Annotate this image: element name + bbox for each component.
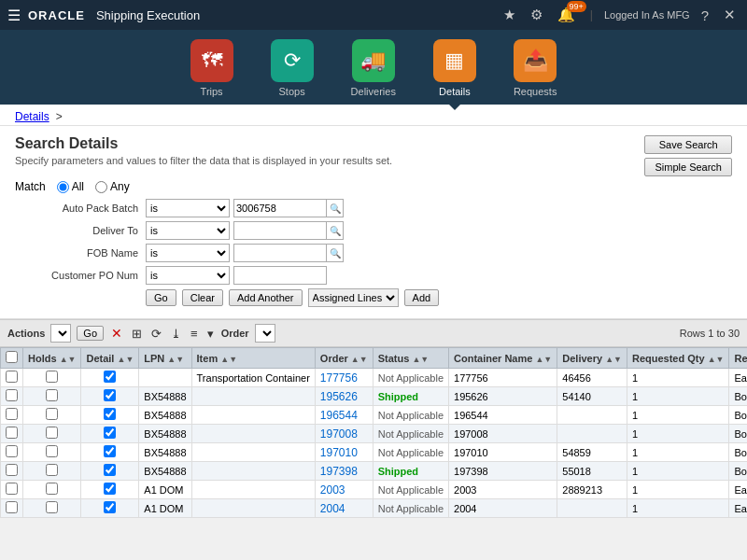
nav-stops[interactable]: ⟳ Stops [271,39,314,97]
clear-button[interactable]: Clear [182,289,223,306]
order-link[interactable]: 195626 [320,390,358,403]
simple-search-button[interactable]: Simple Search [644,158,732,176]
close-icon[interactable]: ✕ [724,7,736,23]
col-req-qty[interactable]: Requested Qty ▲▼ [627,348,729,369]
holds-checkbox[interactable] [46,389,58,401]
col-order[interactable]: Order ▲▼ [315,348,373,369]
row-detail [81,425,139,443]
customerpo-input[interactable] [233,266,327,285]
detail-checkbox[interactable] [104,389,116,401]
detail-checkbox[interactable] [104,464,116,476]
detail-checkbox[interactable] [104,483,116,495]
autopackbatch-operator[interactable]: is [146,199,230,217]
row-req-uom: Box [729,462,747,481]
clear-filter-icon[interactable]: ✕ [111,326,122,341]
row-checkbox[interactable] [6,408,18,420]
holds-checkbox[interactable] [46,501,58,513]
help-icon[interactable]: ? [701,7,709,23]
more-icon[interactable]: ▾ [207,327,214,341]
col-status[interactable]: Status ▲▼ [373,348,448,369]
nav-requests[interactable]: 📤 Requests [514,39,557,97]
row-container-name: 195626 [449,387,557,406]
match-any-radio[interactable] [95,181,107,193]
row-checkbox[interactable] [6,464,18,476]
nav-details[interactable]: ▦ Details [433,39,476,97]
col-item[interactable]: Item ▲▼ [191,348,315,369]
table-row: BX54888 197010 Not Applicable 197010 548… [1,443,748,462]
detail-checkbox[interactable] [104,427,116,439]
row-checkbox[interactable] [6,445,18,457]
row-checkbox[interactable] [6,371,18,383]
holds-checkbox[interactable] [46,464,58,476]
holds-checkbox[interactable] [46,445,58,457]
col-holds[interactable]: Holds ▲▼ [23,348,81,369]
order-link[interactable]: 177756 [320,371,358,385]
match-all-radio[interactable] [57,181,69,193]
col-container-name[interactable]: Container Name ▲▼ [449,348,557,369]
deliverto-search-btn[interactable]: 🔍 [327,221,344,240]
settings-icon[interactable]: ⚙ [530,7,543,23]
notification-bell[interactable]: 🔔 99+ [554,7,579,23]
detail-checkbox[interactable] [104,408,116,420]
autopackbatch-search-btn[interactable]: 🔍 [327,199,344,217]
user-label: Logged In As MFG [604,9,690,21]
holds-checkbox[interactable] [46,483,58,495]
detail-checkbox[interactable] [104,501,116,513]
row-container-name: 197010 [449,443,557,462]
nav-trips[interactable]: 🗺 Trips [190,39,233,97]
nav-deliveries[interactable]: 🚚 Deliveries [351,39,396,97]
autopackbatch-input[interactable] [233,199,327,217]
holds-checkbox[interactable] [46,371,58,383]
toolbar-go-button[interactable]: Go [77,326,104,341]
row-checkbox[interactable] [6,427,18,439]
separator: | [590,8,593,21]
table-row: BX54888 197398 Shipped 197398 55018 1 Bo… [1,462,748,481]
assigned-lines-select[interactable]: Assigned Lines [308,288,399,307]
deliverto-input[interactable] [233,221,327,240]
row-status: Not Applicable [373,406,448,425]
columns-icon[interactable]: ≡ [190,327,198,341]
add-another-button[interactable]: Add Another [229,289,303,306]
refresh-icon[interactable]: ⟳ [151,327,162,341]
order-link[interactable]: 196544 [320,409,358,422]
order-link[interactable]: 197398 [320,465,358,478]
detail-checkbox[interactable] [104,371,116,383]
order-link[interactable]: 2004 [320,502,345,515]
col-delivery[interactable]: Delivery ▲▼ [557,348,627,369]
fobname-search-btn[interactable]: 🔍 [327,244,344,262]
table-wrap: Holds ▲▼ Detail ▲▼ LPN ▲▼ Item ▲▼ Order … [0,347,747,518]
add-button[interactable]: Add [404,289,440,306]
fobname-operator[interactable]: is [146,244,230,262]
row-container-name: 197398 [449,462,557,481]
hamburger-icon[interactable]: ☰ [7,7,21,24]
save-search-button[interactable]: Save Search [644,135,732,154]
col-lpn[interactable]: LPN ▲▼ [139,348,191,369]
order-link[interactable]: 2003 [320,483,345,497]
content-area: Details > Search Details Specify paramet… [0,105,747,518]
holds-checkbox[interactable] [46,408,58,420]
row-order: 195626 [315,387,373,406]
row-status: Not Applicable [373,443,448,462]
holds-checkbox[interactable] [46,427,58,439]
fobname-input[interactable] [233,244,327,262]
go-button[interactable]: Go [146,289,176,306]
export-icon[interactable]: ⤓ [171,327,181,341]
breadcrumb-link[interactable]: Details [15,110,49,123]
order-select[interactable] [255,324,275,343]
detail-checkbox[interactable] [104,445,116,457]
order-link[interactable]: 197008 [320,427,358,441]
col-detail[interactable]: Detail ▲▼ [81,348,139,369]
select-all-checkbox[interactable] [6,351,18,363]
view-icon[interactable]: ⊞ [132,327,142,341]
row-checkbox[interactable] [6,501,18,513]
customerpo-operator[interactable]: is [146,266,230,285]
match-all-label[interactable]: All [57,180,84,193]
row-checkbox[interactable] [6,389,18,401]
match-any-label[interactable]: Any [95,180,130,193]
row-checkbox[interactable] [6,483,18,495]
star-icon[interactable]: ★ [503,7,515,23]
col-req-uom[interactable]: Requested UOM ▲▼ [729,348,747,369]
deliverto-operator[interactable]: is [146,221,230,240]
order-link[interactable]: 197010 [320,446,358,459]
actions-select[interactable] [50,324,71,343]
